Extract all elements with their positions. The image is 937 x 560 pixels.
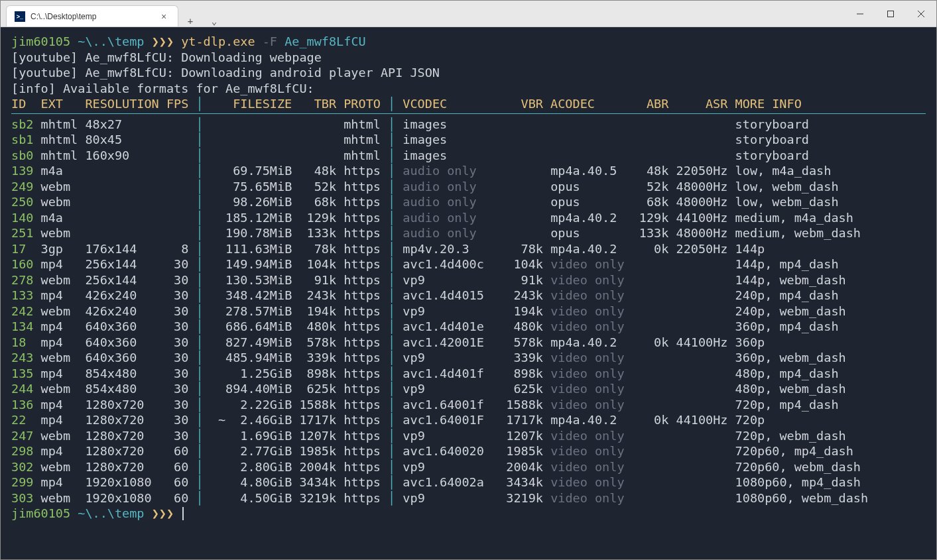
titlebar-drag-area[interactable] [226,1,845,27]
tab-active[interactable]: >_ C:\..\Desktop\temp × [6,5,178,27]
terminal-window: >_ C:\..\Desktop\temp × + ⌄ jim60105 ~\.… [0,0,937,560]
tab-title: C:\..\Desktop\temp [31,12,96,21]
window-controls [845,1,936,27]
tab-dropdown-icon[interactable]: ⌄ [202,16,226,27]
svg-rect-1 [888,11,894,17]
close-tab-icon[interactable]: × [158,11,170,22]
terminal-content[interactable]: jim60105 ~\..\temp ❯❯❯ yt-dlp.exe -F Ae_… [1,27,936,559]
close-button[interactable] [906,1,936,27]
tabs: >_ C:\..\Desktop\temp × + ⌄ [1,1,226,27]
titlebar: >_ C:\..\Desktop\temp × + ⌄ [1,1,936,27]
minimize-button[interactable] [845,1,875,27]
maximize-button[interactable] [875,1,906,27]
new-tab-button[interactable]: + [178,16,202,27]
powershell-icon: >_ [15,11,25,22]
